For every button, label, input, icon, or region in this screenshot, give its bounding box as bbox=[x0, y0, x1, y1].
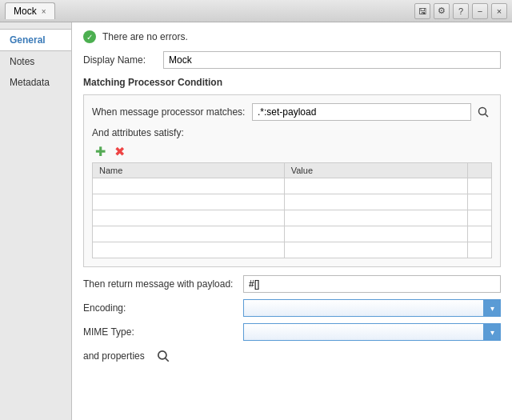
remove-attribute-button[interactable]: ✖ bbox=[111, 143, 127, 159]
mime-type-label: MIME Type: bbox=[83, 326, 243, 338]
col-value-header: Value bbox=[284, 163, 467, 178]
mime-type-select[interactable] bbox=[243, 323, 501, 341]
svg-point-0 bbox=[479, 108, 486, 115]
save-button[interactable]: 🖫 bbox=[414, 3, 430, 19]
attributes-table: Name Value bbox=[92, 162, 492, 258]
col-name-header: Name bbox=[93, 163, 285, 178]
processor-search-icon bbox=[477, 106, 490, 118]
display-name-input[interactable] bbox=[163, 51, 501, 69]
and-attributes-label: And attributes satisfy: bbox=[92, 127, 492, 138]
close-button[interactable]: × bbox=[491, 3, 507, 19]
svg-point-2 bbox=[158, 351, 166, 359]
matching-condition-box: When message processor matches: And attr… bbox=[83, 94, 501, 267]
sidebar-item-notes[interactable]: Notes bbox=[0, 51, 71, 72]
encoding-select[interactable] bbox=[243, 299, 501, 317]
display-name-label: Display Name: bbox=[83, 54, 163, 66]
mime-type-row: MIME Type: ▾ bbox=[83, 323, 501, 341]
sidebar-item-general[interactable]: General bbox=[0, 29, 71, 51]
display-name-row: Display Name: bbox=[83, 51, 501, 69]
title-bar-left: Mock × bbox=[5, 2, 55, 19]
filter-button[interactable]: ⚙ bbox=[434, 3, 450, 19]
sidebar: General Notes Metadata bbox=[0, 22, 72, 420]
encoding-label: Encoding: bbox=[83, 302, 243, 314]
and-properties-row: and properties bbox=[83, 347, 501, 365]
table-row bbox=[93, 226, 492, 242]
mime-type-select-wrapper: ▾ bbox=[243, 323, 501, 341]
then-payload-input[interactable] bbox=[243, 275, 501, 293]
add-attribute-button[interactable]: ✚ bbox=[92, 143, 108, 159]
table-row bbox=[93, 210, 492, 226]
bottom-section: Then return message with payload: Encodi… bbox=[83, 275, 501, 365]
properties-search-icon bbox=[156, 349, 170, 363]
attribute-toolbar: ✚ ✖ bbox=[92, 143, 492, 159]
content-area: ✓ There are no errors. Display Name: Mat… bbox=[72, 22, 512, 420]
and-properties-label: and properties bbox=[83, 350, 145, 362]
encoding-select-wrapper: ▾ bbox=[243, 299, 501, 317]
table-row bbox=[93, 178, 492, 194]
col-action-header bbox=[468, 163, 492, 178]
processor-search-button[interactable] bbox=[474, 103, 492, 121]
tab-label: Mock bbox=[14, 6, 37, 17]
status-bar: ✓ There are no errors. bbox=[83, 30, 501, 43]
section-title: Matching Processor Condition bbox=[83, 77, 501, 88]
table-row bbox=[93, 242, 492, 258]
minimize-button[interactable]: − bbox=[472, 3, 488, 19]
tab-close-icon[interactable]: × bbox=[42, 7, 46, 16]
svg-line-1 bbox=[486, 114, 489, 118]
then-payload-label: Then return message with payload: bbox=[83, 278, 243, 290]
title-bar-right: 🖫 ⚙ ? − × bbox=[414, 3, 507, 19]
sidebar-item-metadata[interactable]: Metadata bbox=[0, 72, 71, 93]
when-processor-input[interactable] bbox=[252, 103, 471, 121]
then-payload-row: Then return message with payload: bbox=[83, 275, 501, 293]
help-button[interactable]: ? bbox=[453, 3, 469, 19]
svg-line-3 bbox=[166, 358, 169, 362]
when-processor-label: When message processor matches: bbox=[92, 106, 252, 118]
properties-search-button[interactable] bbox=[154, 347, 172, 365]
mock-tab[interactable]: Mock × bbox=[5, 2, 55, 19]
main-layout: General Notes Metadata ✓ There are no er… bbox=[0, 22, 512, 420]
title-bar: Mock × 🖫 ⚙ ? − × bbox=[0, 0, 512, 22]
table-row bbox=[93, 194, 492, 210]
when-processor-row: When message processor matches: bbox=[92, 103, 492, 121]
status-icon: ✓ bbox=[83, 30, 96, 43]
status-message: There are no errors. bbox=[102, 31, 188, 42]
encoding-row: Encoding: ▾ bbox=[83, 299, 501, 317]
